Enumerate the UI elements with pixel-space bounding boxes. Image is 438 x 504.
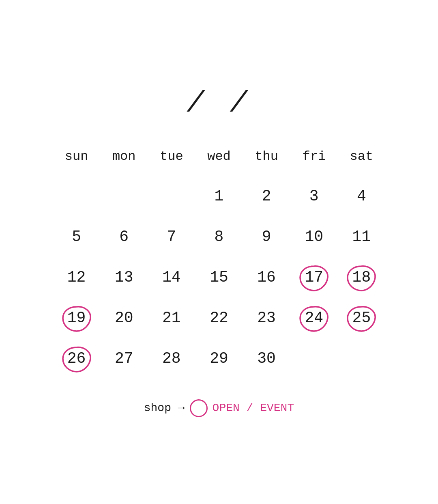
day-cell-18: 18 xyxy=(338,257,385,298)
day-cell-8: 8 xyxy=(195,217,243,257)
day-number: 30 xyxy=(254,346,279,371)
day-number xyxy=(64,184,89,209)
day-number: 10 xyxy=(301,224,326,250)
legend-circle-icon xyxy=(190,399,208,417)
day-number: 19 xyxy=(64,306,89,331)
day-cell-20: 20 xyxy=(100,298,148,338)
day-number: 1 xyxy=(206,184,232,209)
day-number: 26 xyxy=(64,346,89,371)
day-cell-24: 24 xyxy=(290,298,338,338)
day-cell-3: 3 xyxy=(290,176,338,217)
day-cell-11: 11 xyxy=(338,217,385,257)
day-number: 20 xyxy=(112,306,137,331)
day-cell-7: 7 xyxy=(148,217,195,257)
header-wed: wed xyxy=(195,145,243,176)
header-mon: mon xyxy=(100,145,148,176)
day-cell-5: 5 xyxy=(53,217,100,257)
day-cell-9: 9 xyxy=(243,217,290,257)
day-number: 21 xyxy=(159,306,184,331)
day-cell-17: 17 xyxy=(290,257,338,298)
day-cell-empty-0-2 xyxy=(148,176,195,217)
day-number: 13 xyxy=(112,265,137,290)
day-number: 4 xyxy=(349,184,374,209)
header-sat: sat xyxy=(338,145,385,176)
legend-shop-text: shop → xyxy=(144,402,185,414)
day-number xyxy=(301,346,326,371)
day-number xyxy=(112,184,137,209)
day-cell-empty-0-1 xyxy=(100,176,148,217)
day-number: 7 xyxy=(159,224,184,250)
day-number: 15 xyxy=(206,265,232,290)
day-cell-16: 16 xyxy=(243,257,290,298)
day-number: 12 xyxy=(64,265,89,290)
day-cell-empty-4-5 xyxy=(290,338,338,379)
day-number: 8 xyxy=(206,224,232,250)
day-cell-4: 4 xyxy=(338,176,385,217)
day-number: 29 xyxy=(206,346,232,371)
header-fri: fri xyxy=(290,145,338,176)
day-cell-27: 27 xyxy=(100,338,148,379)
calendar-grid: sun mon tue wed thu fri sat xyxy=(53,145,385,176)
day-cell-21: 21 xyxy=(148,298,195,338)
day-number: 9 xyxy=(254,224,279,250)
days-grid: 1234567891011121314151617181920212223242… xyxy=(53,176,385,379)
header-sun: sun xyxy=(53,145,100,176)
day-cell-13: 13 xyxy=(100,257,148,298)
day-cell-30: 30 xyxy=(243,338,290,379)
day-number: 27 xyxy=(112,346,137,371)
day-cell-19: 19 xyxy=(53,298,100,338)
day-number: 25 xyxy=(349,306,374,331)
day-number: 24 xyxy=(301,306,326,331)
day-cell-28: 28 xyxy=(148,338,195,379)
legend-open-event-text: OPEN / EVENT xyxy=(213,402,294,414)
header-thu: thu xyxy=(243,145,290,176)
day-number: 16 xyxy=(254,265,279,290)
day-cell-10: 10 xyxy=(290,217,338,257)
day-cell-23: 23 xyxy=(243,298,290,338)
day-number: 23 xyxy=(254,306,279,331)
day-cell-25: 25 xyxy=(338,298,385,338)
header-tue: tue xyxy=(148,145,195,176)
day-number: 5 xyxy=(64,224,89,250)
day-cell-14: 14 xyxy=(148,257,195,298)
day-number: 22 xyxy=(206,306,232,331)
legend: shop → OPEN / EVENT xyxy=(53,399,385,417)
day-cell-12: 12 xyxy=(53,257,100,298)
day-cell-1: 1 xyxy=(195,176,243,217)
day-cell-22: 22 xyxy=(195,298,243,338)
day-cell-empty-4-6 xyxy=(338,338,385,379)
day-cell-29: 29 xyxy=(195,338,243,379)
day-number xyxy=(159,184,184,209)
day-number: 11 xyxy=(349,224,374,250)
day-number: 28 xyxy=(159,346,184,371)
day-number: 18 xyxy=(349,265,374,290)
day-cell-26: 26 xyxy=(53,338,100,379)
day-cell-empty-0-0 xyxy=(53,176,100,217)
day-number: 3 xyxy=(301,184,326,209)
day-cell-2: 2 xyxy=(243,176,290,217)
day-number: 14 xyxy=(159,265,184,290)
day-number xyxy=(349,346,374,371)
day-cell-15: 15 xyxy=(195,257,243,298)
day-number: 17 xyxy=(301,265,326,290)
day-number: 2 xyxy=(254,184,279,209)
month-title: / / xyxy=(53,87,385,121)
day-number: 6 xyxy=(112,224,137,250)
day-cell-6: 6 xyxy=(100,217,148,257)
calendar-container: / / sun mon tue wed thu fri sat 12345678… xyxy=(45,71,393,433)
